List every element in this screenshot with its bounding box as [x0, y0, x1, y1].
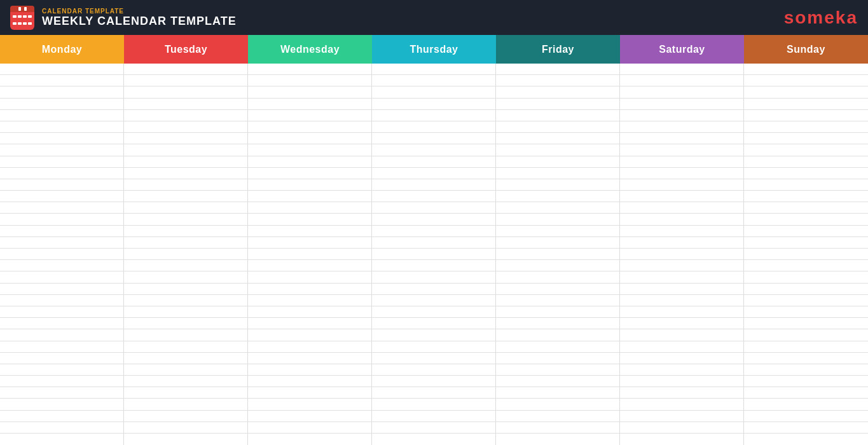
time-slot[interactable]: [372, 364, 495, 376]
time-slot[interactable]: [124, 133, 247, 144]
time-slot[interactable]: [496, 422, 619, 434]
time-slot[interactable]: [496, 376, 619, 387]
time-slot[interactable]: [372, 144, 495, 156]
time-slot[interactable]: [0, 284, 123, 295]
time-slot[interactable]: [124, 341, 247, 353]
time-slot[interactable]: [124, 214, 247, 225]
time-slot[interactable]: [248, 376, 371, 387]
day-column-wednesday[interactable]: [248, 64, 372, 445]
time-slot[interactable]: [0, 249, 123, 260]
time-slot[interactable]: [248, 226, 371, 237]
time-slot[interactable]: [744, 133, 868, 144]
time-slot[interactable]: [248, 364, 371, 376]
time-slot[interactable]: [496, 329, 619, 341]
time-slot[interactable]: [248, 202, 371, 214]
time-slot[interactable]: [496, 237, 619, 249]
time-slot[interactable]: [372, 434, 495, 445]
time-slot[interactable]: [620, 434, 743, 445]
time-slot[interactable]: [372, 387, 495, 399]
time-slot[interactable]: [744, 399, 868, 410]
time-slot[interactable]: [0, 191, 123, 202]
time-slot[interactable]: [496, 411, 619, 422]
time-slot[interactable]: [372, 99, 495, 110]
time-slot[interactable]: [372, 284, 495, 295]
time-slot[interactable]: [0, 341, 123, 353]
time-slot[interactable]: [248, 237, 371, 249]
time-slot[interactable]: [372, 318, 495, 329]
time-slot[interactable]: [620, 75, 743, 86]
time-slot[interactable]: [0, 306, 123, 318]
time-slot[interactable]: [248, 306, 371, 318]
time-slot[interactable]: [620, 86, 743, 98]
time-slot[interactable]: [372, 376, 495, 387]
time-slot[interactable]: [372, 306, 495, 318]
time-slot[interactable]: [744, 202, 868, 214]
time-slot[interactable]: [248, 399, 371, 410]
time-slot[interactable]: [620, 318, 743, 329]
time-slot[interactable]: [124, 64, 247, 75]
time-slot[interactable]: [248, 329, 371, 341]
time-slot[interactable]: [248, 214, 371, 225]
time-slot[interactable]: [744, 110, 868, 121]
time-slot[interactable]: [0, 110, 123, 121]
time-slot[interactable]: [620, 387, 743, 399]
time-slot[interactable]: [496, 399, 619, 410]
time-slot[interactable]: [248, 168, 371, 179]
time-slot[interactable]: [496, 306, 619, 318]
time-slot[interactable]: [620, 99, 743, 110]
time-slot[interactable]: [0, 156, 123, 168]
time-slot[interactable]: [0, 260, 123, 271]
time-slot[interactable]: [620, 364, 743, 376]
time-slot[interactable]: [124, 284, 247, 295]
time-slot[interactable]: [0, 226, 123, 237]
time-slot[interactable]: [248, 271, 371, 283]
time-slot[interactable]: [744, 121, 868, 133]
time-slot[interactable]: [372, 202, 495, 214]
time-slot[interactable]: [0, 411, 123, 422]
time-slot[interactable]: [124, 99, 247, 110]
time-slot[interactable]: [496, 295, 619, 306]
time-slot[interactable]: [372, 110, 495, 121]
time-slot[interactable]: [744, 434, 868, 445]
time-slot[interactable]: [496, 341, 619, 353]
time-slot[interactable]: [496, 191, 619, 202]
time-slot[interactable]: [248, 64, 371, 75]
time-slot[interactable]: [496, 226, 619, 237]
time-slot[interactable]: [620, 271, 743, 283]
time-slot[interactable]: [248, 353, 371, 364]
time-slot[interactable]: [744, 329, 868, 341]
time-slot[interactable]: [124, 387, 247, 399]
time-slot[interactable]: [124, 237, 247, 249]
time-slot[interactable]: [620, 295, 743, 306]
time-slot[interactable]: [124, 318, 247, 329]
time-slot[interactable]: [496, 249, 619, 260]
time-slot[interactable]: [744, 249, 868, 260]
time-slot[interactable]: [124, 226, 247, 237]
time-slot[interactable]: [0, 318, 123, 329]
time-slot[interactable]: [620, 214, 743, 225]
time-slot[interactable]: [124, 399, 247, 410]
time-slot[interactable]: [620, 202, 743, 214]
time-slot[interactable]: [124, 306, 247, 318]
time-slot[interactable]: [744, 422, 868, 434]
time-slot[interactable]: [248, 411, 371, 422]
time-slot[interactable]: [0, 202, 123, 214]
time-slot[interactable]: [744, 214, 868, 225]
time-slot[interactable]: [620, 144, 743, 156]
time-slot[interactable]: [372, 237, 495, 249]
time-slot[interactable]: [248, 179, 371, 191]
time-slot[interactable]: [372, 168, 495, 179]
time-slot[interactable]: [620, 237, 743, 249]
time-slot[interactable]: [744, 156, 868, 168]
time-slot[interactable]: [372, 64, 495, 75]
time-slot[interactable]: [0, 64, 123, 75]
time-slot[interactable]: [496, 64, 619, 75]
time-slot[interactable]: [124, 86, 247, 98]
time-slot[interactable]: [0, 387, 123, 399]
time-slot[interactable]: [496, 364, 619, 376]
time-slot[interactable]: [0, 86, 123, 98]
time-slot[interactable]: [620, 133, 743, 144]
time-slot[interactable]: [248, 121, 371, 133]
time-slot[interactable]: [496, 144, 619, 156]
time-slot[interactable]: [124, 364, 247, 376]
